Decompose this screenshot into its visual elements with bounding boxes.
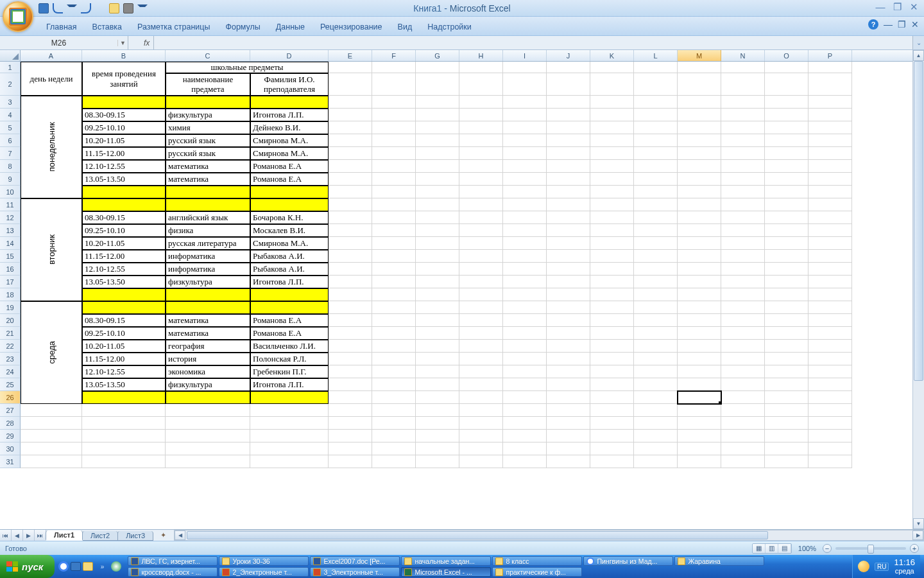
cell-L21[interactable]	[634, 327, 678, 340]
cell-O22[interactable]	[765, 340, 809, 353]
cell-J15[interactable]	[547, 250, 590, 263]
cell-I24[interactable]	[503, 365, 547, 378]
cell-A1[interactable]: день недели	[21, 62, 82, 96]
cell-L6[interactable]	[634, 134, 678, 147]
cell-E2[interactable]	[329, 73, 372, 96]
horizontal-scrollbar[interactable]: ◀ ▶	[174, 530, 924, 541]
zoom-in-button[interactable]: +	[910, 544, 919, 553]
cell-G21[interactable]	[416, 327, 459, 340]
cell-F8[interactable]	[372, 160, 416, 173]
column-header-B[interactable]: B	[82, 50, 166, 61]
cell-E7[interactable]	[329, 147, 372, 160]
cell-F28[interactable]	[372, 417, 416, 430]
cell-L28[interactable]	[634, 417, 678, 430]
cell-F2[interactable]	[372, 73, 416, 96]
cell-P15[interactable]	[809, 250, 852, 263]
cell-I21[interactable]	[503, 327, 547, 340]
cell-P26[interactable]	[809, 391, 852, 404]
cell-P6[interactable]	[809, 134, 852, 147]
cell-M4[interactable]	[678, 109, 721, 121]
cell-N29[interactable]	[721, 430, 765, 442]
cell-I1[interactable]	[503, 62, 547, 73]
cell-J21[interactable]	[547, 327, 590, 340]
hscroll-track[interactable]	[185, 530, 912, 540]
tray-notification-icon[interactable]	[858, 561, 869, 572]
cell-E16[interactable]	[329, 263, 372, 276]
cell-E13[interactable]	[329, 224, 372, 237]
column-header-P[interactable]: P	[809, 50, 852, 61]
cell-K28[interactable]	[590, 417, 634, 430]
column-header-A[interactable]: A	[21, 50, 82, 61]
cell-L30[interactable]	[634, 442, 678, 455]
scroll-up-button[interactable]: ▲	[913, 50, 924, 61]
cell-F11[interactable]	[372, 198, 416, 211]
row-header-7[interactable]: 7	[0, 147, 21, 160]
cell-G1[interactable]	[416, 62, 459, 73]
cell-G3[interactable]	[416, 96, 459, 109]
cell-O31[interactable]	[765, 455, 809, 468]
cell-E8[interactable]	[329, 160, 372, 173]
cell-B23[interactable]: 11.15-12.00	[82, 353, 166, 365]
row-header-18[interactable]: 18	[0, 288, 21, 301]
cell-O6[interactable]	[765, 134, 809, 147]
cell-G15[interactable]	[416, 250, 459, 263]
cell-C10[interactable]	[166, 186, 250, 198]
cell-H21[interactable]	[459, 327, 503, 340]
workbook-close-button[interactable]: ✕	[911, 19, 919, 30]
cell-P12[interactable]	[809, 211, 852, 224]
cell-M23[interactable]	[678, 353, 721, 365]
cell-A28[interactable]	[21, 417, 82, 430]
cell-M29[interactable]	[678, 430, 721, 442]
cell-I23[interactable]	[503, 353, 547, 365]
cell-C4[interactable]: физкультура	[166, 109, 250, 121]
cell-I13[interactable]	[503, 224, 547, 237]
cell-C20[interactable]: математика	[166, 314, 250, 327]
row-header-24[interactable]: 24	[0, 365, 21, 378]
cell-M28[interactable]	[678, 417, 721, 430]
cell-D13[interactable]: Москалев В.И.	[250, 224, 329, 237]
row-header-29[interactable]: 29	[0, 430, 21, 442]
cell-H6[interactable]	[459, 134, 503, 147]
cell-P8[interactable]	[809, 160, 852, 173]
cell-K26[interactable]	[590, 391, 634, 404]
cell-B28[interactable]	[82, 417, 166, 430]
cell-M2[interactable]	[678, 73, 721, 96]
cell-N1[interactable]	[721, 62, 765, 73]
cell-J4[interactable]	[547, 109, 590, 121]
cell-D8[interactable]: Романова Е.А	[250, 160, 329, 173]
cell-H2[interactable]	[459, 73, 503, 96]
ribbon-tab-Вставка[interactable]: Вставка	[85, 19, 130, 35]
row-header-9[interactable]: 9	[0, 173, 21, 186]
cell-G2[interactable]	[416, 73, 459, 96]
cell-F17[interactable]	[372, 276, 416, 288]
cell-O3[interactable]	[765, 96, 809, 109]
cell-D31[interactable]	[250, 455, 329, 468]
row-header-15[interactable]: 15	[0, 250, 21, 263]
cell-B13[interactable]: 09.25-10.10	[82, 224, 166, 237]
cell-P4[interactable]	[809, 109, 852, 121]
workbook-minimize-button[interactable]: —	[884, 19, 893, 30]
formula-input[interactable]	[158, 39, 909, 48]
cell-J3[interactable]	[547, 96, 590, 109]
cell-G19[interactable]	[416, 301, 459, 314]
cell-G7[interactable]	[416, 147, 459, 160]
cell-J26[interactable]	[547, 391, 590, 404]
cell-G25[interactable]	[416, 378, 459, 391]
ribbon-tab-Данные[interactable]: Данные	[268, 19, 312, 35]
cell-O30[interactable]	[765, 442, 809, 455]
cell-J8[interactable]	[547, 160, 590, 173]
cell-J27[interactable]	[547, 404, 590, 417]
cell-F5[interactable]	[372, 121, 416, 134]
row-header-4[interactable]: 4	[0, 109, 21, 121]
cell-M17[interactable]	[678, 276, 721, 288]
cell-N3[interactable]	[721, 96, 765, 109]
cell-J20[interactable]	[547, 314, 590, 327]
cell-E29[interactable]	[329, 430, 372, 442]
cell-H3[interactable]	[459, 96, 503, 109]
cell-C28[interactable]	[166, 417, 250, 430]
cell-M19[interactable]	[678, 301, 721, 314]
cell-D18[interactable]	[250, 288, 329, 301]
cell-B20[interactable]: 08.30-09.15	[82, 314, 166, 327]
vscroll-track[interactable]	[913, 61, 924, 518]
cell-L12[interactable]	[634, 211, 678, 224]
